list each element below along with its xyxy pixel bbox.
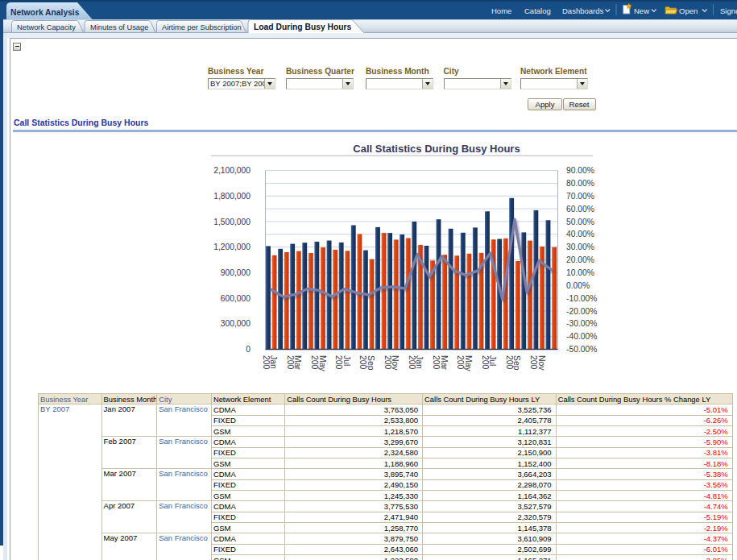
- svg-text:90.00%: 90.00%: [566, 166, 594, 175]
- svg-text:200: 200: [529, 355, 538, 370]
- svg-text:200: 200: [310, 355, 319, 370]
- svg-text:600,000: 600,000: [221, 294, 250, 303]
- svg-text:40.00%: 40.00%: [566, 230, 594, 239]
- svg-text:200: 200: [481, 355, 490, 370]
- svg-text:60.00%: 60.00%: [566, 205, 594, 214]
- svg-text:-20.00%: -20.00%: [566, 307, 597, 316]
- svg-text:1,800,000: 1,800,000: [213, 192, 250, 201]
- svg-text:10.00%: 10.00%: [566, 268, 594, 277]
- svg-text:80.00%: 80.00%: [566, 179, 594, 188]
- svg-text:2,100,000: 2,100,000: [213, 166, 250, 175]
- svg-text:-30.00%: -30.00%: [566, 319, 597, 328]
- svg-text:200: 200: [334, 355, 343, 370]
- svg-text:900,000: 900,000: [221, 268, 250, 277]
- svg-text:0.00%: 0.00%: [566, 281, 590, 290]
- svg-text:200: 200: [432, 355, 441, 370]
- svg-text:Call Statistics During Busy Ho: Call Statistics During Busy Hours: [353, 143, 520, 155]
- svg-text:20.00%: 20.00%: [566, 255, 594, 264]
- svg-text:300,000: 300,000: [221, 319, 250, 328]
- svg-text:-40.00%: -40.00%: [566, 332, 597, 341]
- svg-text:200: 200: [408, 355, 416, 370]
- svg-text:-10.00%: -10.00%: [566, 294, 597, 303]
- svg-text:0: 0: [246, 345, 250, 354]
- svg-text:200: 200: [262, 355, 271, 370]
- svg-text:1,500,000: 1,500,000: [213, 218, 250, 226]
- svg-text:30.00%: 30.00%: [566, 243, 594, 251]
- svg-text:200: 200: [358, 355, 367, 370]
- svg-text:1,200,000: 1,200,000: [213, 243, 250, 251]
- svg-text:200: 200: [383, 355, 392, 370]
- svg-text:200: 200: [456, 355, 465, 370]
- svg-text:200: 200: [505, 355, 514, 370]
- svg-text:50.00%: 50.00%: [566, 218, 594, 226]
- svg-text:70.00%: 70.00%: [566, 192, 594, 201]
- svg-text:-50.00%: -50.00%: [566, 345, 597, 354]
- svg-text:200: 200: [286, 355, 295, 370]
